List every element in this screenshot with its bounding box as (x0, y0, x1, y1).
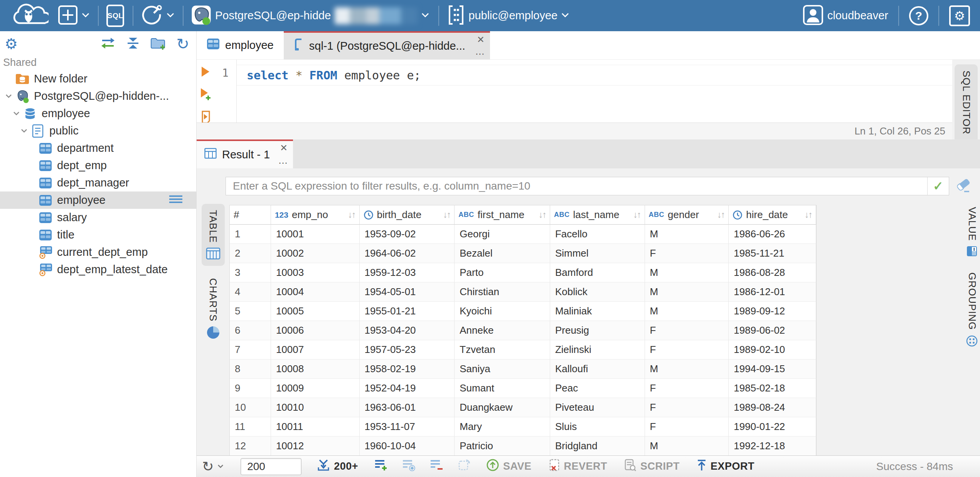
column-header-emp_no[interactable]: 123emp_no↓↑ (271, 205, 360, 225)
cell[interactable]: F (645, 340, 729, 359)
chevron-down-icon[interactable] (11, 111, 22, 116)
apply-changes-button[interactable] (458, 459, 471, 474)
row-index-cell[interactable]: 1 (230, 225, 271, 244)
column-header-birth_date[interactable]: birth_date↓↑ (360, 205, 455, 225)
refresh-tree-icon[interactable]: ↻ (176, 38, 189, 50)
cell[interactable]: 1985-02-18 (729, 379, 816, 398)
cell[interactable]: Preusig (550, 321, 645, 340)
tree-item-dept-emp-latest-date[interactable]: dept_emp_latest_date (0, 261, 196, 278)
cell[interactable]: Bridgland (550, 437, 645, 456)
row-index-cell[interactable]: 7 (230, 340, 271, 359)
revert-button[interactable]: REVERT (549, 459, 608, 474)
cell[interactable]: 1986-08-28 (729, 263, 816, 282)
sql-code-line[interactable]: select * FROM employee e; (237, 65, 952, 86)
help-button[interactable]: ? (909, 6, 928, 25)
refresh-results-button[interactable]: ↻ (202, 460, 224, 474)
duplicate-row-button[interactable] (402, 459, 416, 474)
cell[interactable]: 10003 (271, 263, 360, 282)
sort-icon[interactable]: ↓↑ (443, 210, 450, 220)
cell[interactable]: 1963-06-01 (360, 398, 455, 417)
tab-employee[interactable]: employee (197, 31, 284, 59)
sort-icon[interactable]: ↓↑ (633, 210, 641, 220)
cell[interactable]: 1992-12-18 (729, 437, 816, 456)
row-index-cell[interactable]: 4 (230, 282, 271, 302)
cell[interactable]: 10007 (271, 340, 360, 359)
cell[interactable]: 1953-09-02 (360, 225, 455, 244)
tree-item-title[interactable]: title (0, 226, 196, 244)
driver-manager-button[interactable] (141, 4, 174, 27)
close-icon[interactable]: ✕ (477, 34, 485, 45)
cell[interactable]: Chirstian (455, 282, 550, 302)
user-menu[interactable]: cloudbeaver (803, 5, 888, 27)
tab-more-icon[interactable]: ⋯ (475, 49, 485, 59)
connection-selector[interactable]: PostgreSQL@ep-hidde (191, 5, 429, 27)
cell[interactable]: 10009 (271, 379, 360, 398)
cell[interactable]: 1989-02-10 (729, 340, 816, 359)
cell[interactable]: Simmel (550, 244, 645, 263)
cell[interactable]: Sluis (550, 417, 645, 437)
cell[interactable]: Zielinski (550, 340, 645, 359)
cell[interactable]: 1953-04-20 (360, 321, 455, 340)
cell[interactable]: 1954-05-01 (360, 282, 455, 302)
cell[interactable]: Georgi (455, 225, 550, 244)
cell[interactable]: 1955-01-21 (360, 302, 455, 321)
cell[interactable]: 1953-11-07 (360, 417, 455, 437)
sort-icon[interactable]: ↓↑ (717, 210, 724, 220)
cell[interactable]: Kyoichi (455, 302, 550, 321)
new-folder-icon[interactable] (150, 36, 166, 52)
cell[interactable]: M (645, 359, 729, 379)
sort-icon[interactable]: ↓↑ (539, 210, 546, 220)
tab-table-view[interactable]: TABLE (202, 204, 225, 266)
execute-query-button[interactable] (200, 66, 210, 79)
tree-item-public[interactable]: public (0, 122, 196, 139)
delete-row-button[interactable] (430, 459, 444, 474)
row-index-cell[interactable]: 5 (230, 302, 271, 321)
cell[interactable]: 10001 (271, 225, 360, 244)
cell[interactable]: Mary (455, 417, 550, 437)
cell[interactable]: Peac (550, 379, 645, 398)
cell[interactable]: 1989-06-02 (729, 321, 816, 340)
cell[interactable]: Bezalel (455, 244, 550, 263)
cell[interactable]: 10011 (271, 417, 360, 437)
export-button[interactable]: EXPORT (697, 459, 754, 474)
sql-code-area[interactable]: select * FROM employee e; (237, 60, 952, 123)
cell[interactable]: Parto (455, 263, 550, 282)
row-index-cell[interactable]: 12 (230, 437, 271, 456)
tree-item-employee[interactable]: employee (0, 191, 196, 209)
cell[interactable]: 1964-06-02 (360, 244, 455, 263)
cell[interactable]: 10004 (271, 282, 360, 302)
navigator-settings-icon[interactable]: ⚙ (5, 37, 18, 51)
column-header-gender[interactable]: ABCgender↓↑ (645, 205, 729, 225)
clear-filter-button[interactable] (955, 177, 972, 195)
tree-item-employee[interactable]: employee (0, 105, 196, 122)
cell[interactable]: 10002 (271, 244, 360, 263)
tab-value-panel[interactable]: VALUE (966, 207, 978, 259)
filter-input[interactable] (226, 177, 927, 195)
column-header-row-index[interactable]: # (230, 205, 271, 225)
tree-item-postgresql-ep-hidden-[interactable]: PostgreSQL@ep-hidden-... (0, 87, 196, 105)
row-index-cell[interactable]: 2 (230, 244, 271, 263)
cell[interactable]: 10012 (271, 437, 360, 456)
row-index-cell[interactable]: 9 (230, 379, 271, 398)
cell[interactable]: Tzvetan (455, 340, 550, 359)
column-header-last_name[interactable]: ABClast_name↓↑ (550, 205, 645, 225)
save-button[interactable]: SAVE (486, 459, 532, 474)
cell[interactable]: M (645, 282, 729, 302)
cell[interactable]: Piveteau (550, 398, 645, 417)
cell[interactable]: 1985-11-21 (729, 244, 816, 263)
cell[interactable]: 1986-12-01 (729, 282, 816, 302)
cell[interactable]: Sumant (455, 379, 550, 398)
tree-item-dept-manager[interactable]: dept_manager (0, 174, 196, 191)
cell[interactable]: F (645, 417, 729, 437)
cell[interactable]: Patricio (455, 437, 550, 456)
tree-item-current-dept-emp[interactable]: current_dept_emp (0, 244, 196, 261)
cell[interactable]: Maliniak (550, 302, 645, 321)
new-connection-button[interactable] (58, 5, 89, 27)
tree-item-new-folder[interactable]: New folder (0, 70, 196, 87)
sort-icon[interactable]: ↓↑ (805, 210, 812, 220)
cell[interactable]: M (645, 225, 729, 244)
cell[interactable]: 1989-09-12 (729, 302, 816, 321)
cell[interactable]: Bamford (550, 263, 645, 282)
tab-grouping-panel[interactable]: GROUPING (966, 272, 978, 349)
cell[interactable]: 1952-04-19 (360, 379, 455, 398)
